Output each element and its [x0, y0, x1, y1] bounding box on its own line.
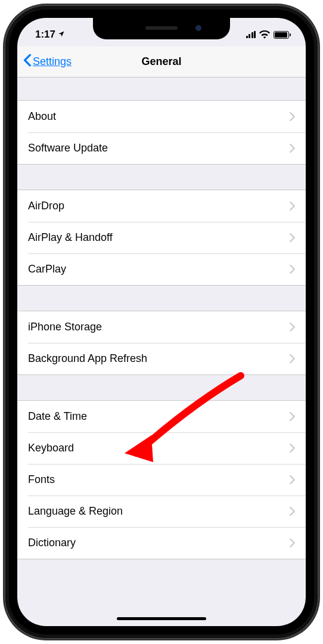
chevron-right-icon: [290, 354, 295, 363]
content: About Software Update: [17, 78, 306, 584]
chevron-right-icon: [290, 323, 295, 332]
status-left: 1:17: [35, 24, 65, 41]
row-airdrop[interactable]: AirDrop: [17, 190, 306, 222]
row-iphone-storage[interactable]: iPhone Storage: [17, 311, 306, 343]
row-label: Software Update: [28, 142, 290, 154]
chevron-left-icon: [23, 54, 32, 70]
row-carplay[interactable]: CarPlay: [17, 253, 306, 285]
row-label: Background App Refresh: [28, 352, 290, 365]
row-label: AirPlay & Handoff: [28, 231, 290, 244]
row-label: Date & Time: [28, 410, 290, 423]
location-icon: [58, 29, 65, 41]
back-button[interactable]: Settings: [17, 54, 72, 70]
chevron-right-icon: [290, 475, 295, 484]
row-language-region[interactable]: Language & Region: [17, 496, 306, 527]
row-about[interactable]: About: [17, 101, 306, 132]
row-label: Fonts: [28, 473, 290, 486]
row-dictionary[interactable]: Dictionary: [17, 527, 306, 559]
back-label: Settings: [33, 55, 72, 68]
chevron-right-icon: [290, 507, 295, 516]
cell-signal-icon: [246, 31, 256, 38]
status-time: 1:17: [35, 29, 55, 41]
wifi-icon: [259, 30, 270, 39]
device-inner: 1:17: [9, 10, 314, 634]
screen: 1:17: [17, 18, 306, 626]
row-label: Keyboard: [28, 442, 290, 454]
chevron-right-icon: [290, 265, 295, 274]
chevron-right-icon: [290, 202, 295, 210]
row-airplay-handoff[interactable]: AirPlay & Handoff: [17, 222, 306, 253]
chevron-right-icon: [290, 444, 295, 453]
row-label: CarPlay: [28, 263, 290, 275]
row-software-update[interactable]: Software Update: [17, 132, 306, 164]
notch: [93, 18, 230, 39]
chevron-right-icon: [290, 233, 295, 242]
row-label: iPhone Storage: [28, 321, 290, 333]
row-label: Dictionary: [28, 537, 290, 549]
settings-group-1: About Software Update: [17, 100, 306, 165]
row-date-time[interactable]: Date & Time: [17, 401, 306, 432]
battery-icon: [274, 31, 289, 39]
row-keyboard[interactable]: Keyboard: [17, 432, 306, 464]
chevron-right-icon: [290, 144, 295, 153]
device-frame: 1:17: [4, 5, 319, 639]
row-label: AirDrop: [28, 200, 290, 212]
row-fonts[interactable]: Fonts: [17, 464, 306, 496]
status-right: [246, 26, 290, 39]
row-background-app-refresh[interactable]: Background App Refresh: [17, 343, 306, 374]
settings-group-4: Date & Time Keyboard Fonts: [17, 400, 306, 559]
chevron-right-icon: [290, 538, 295, 547]
row-label: Language & Region: [28, 505, 290, 518]
row-label: About: [28, 110, 290, 123]
home-indicator[interactable]: [117, 617, 206, 620]
chevron-right-icon: [290, 412, 295, 421]
nav-bar: Settings General: [17, 47, 306, 78]
settings-group-3: iPhone Storage Background App Refresh: [17, 311, 306, 375]
chevron-right-icon: [290, 112, 295, 121]
settings-group-2: AirDrop AirPlay & Handoff CarPlay: [17, 190, 306, 286]
